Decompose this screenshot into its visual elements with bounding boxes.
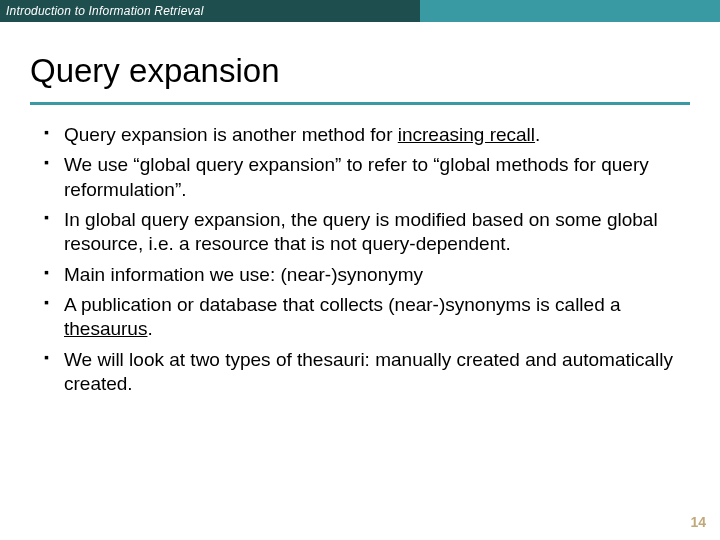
bullet-text-highlight: increasing recall [398, 124, 535, 145]
slide-body: Query expansion is another method for in… [0, 105, 720, 396]
header-bar: Introduction to Information Retrieval [0, 0, 720, 22]
header-accent [420, 0, 720, 22]
bullet-text-post: . [535, 124, 540, 145]
list-item: Query expansion is another method for in… [64, 123, 680, 147]
bullet-list: Query expansion is another method for in… [64, 123, 680, 396]
list-item: In global query expansion, the query is … [64, 208, 680, 257]
bullet-text-pre: We will look at two types of thesauri: m… [64, 349, 673, 394]
page-title: Query expansion [30, 52, 690, 90]
list-item: We use “global query expansion” to refer… [64, 153, 680, 202]
course-title: Introduction to Information Retrieval [0, 0, 420, 22]
bullet-text-pre: Main information we use: (near-)synonymy [64, 264, 423, 285]
bullet-text-post: . [147, 318, 152, 339]
list-item: A publication or database that collects … [64, 293, 680, 342]
bullet-text-pre: In global query expansion, the query is … [64, 209, 658, 254]
page-number: 14 [690, 514, 706, 530]
bullet-text-pre: A publication or database that collects … [64, 294, 621, 315]
slide: Introduction to Information Retrieval Qu… [0, 0, 720, 540]
bullet-text-pre: We use “global query expansion” to refer… [64, 154, 649, 199]
bullet-text-highlight: thesaurus [64, 318, 147, 339]
list-item: Main information we use: (near-)synonymy [64, 263, 680, 287]
title-wrap: Query expansion [0, 22, 720, 96]
bullet-text-pre: Query expansion is another method for [64, 124, 398, 145]
list-item: We will look at two types of thesauri: m… [64, 348, 680, 397]
